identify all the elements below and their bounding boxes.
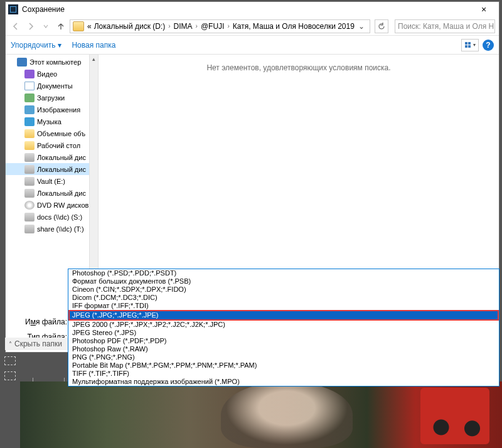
crop-tool-icon[interactable] — [4, 356, 16, 365]
music-icon — [24, 117, 35, 126]
close-button[interactable]: × — [471, 4, 496, 14]
breadcrumb-item[interactable]: @FUJI — [200, 22, 226, 31]
breadcrumb-item[interactable]: DIMA — [173, 22, 194, 31]
app-icon — [8, 4, 18, 14]
forward-button[interactable] — [24, 20, 37, 33]
tree-item-label: Загрузки — [37, 94, 65, 102]
refresh-button[interactable] — [375, 19, 388, 33]
hide-folders-label: Скрыть папки — [14, 339, 62, 348]
pc-icon — [17, 58, 27, 67]
drive-icon — [24, 225, 35, 233]
tree-item-label: Локальный дис — [37, 189, 86, 197]
chevron-right-icon: › — [225, 23, 231, 29]
svg-rect-2 — [465, 45, 467, 48]
breadcrumb-item[interactable]: Катя, Маша и Оля Новоселки 2019 — [232, 22, 356, 31]
tree-item[interactable]: Объемные объ — [6, 127, 98, 139]
tree-item[interactable]: Видео — [6, 68, 98, 80]
folder-icon — [24, 129, 35, 138]
chevron-up-icon: ˄ — [9, 341, 12, 348]
tree-item[interactable]: Музыка — [6, 115, 98, 127]
filetype-option[interactable]: Формат больших документов (*.PSB) — [68, 277, 499, 285]
nav-row: « Локальный диск (D:) › DIMA › @FUJI › К… — [6, 17, 499, 36]
organize-button[interactable]: Упорядочить — [11, 41, 55, 50]
tree-item-label: Музыка — [37, 118, 61, 125]
tree-item[interactable]: Локальный дис — [6, 187, 98, 199]
tree-item-label: Объемные объ — [37, 130, 85, 137]
tree-item[interactable]: Локальный дис — [6, 163, 98, 175]
svg-rect-1 — [468, 42, 471, 45]
tree-item[interactable]: Этот компьютер — [6, 56, 98, 68]
tree-item[interactable]: Загрузки — [6, 92, 98, 104]
breadcrumb[interactable]: « Локальный диск (D:) › DIMA › @FUJI › К… — [70, 19, 370, 33]
tree-item[interactable]: Рабочий стол — [6, 139, 98, 151]
tree-item[interactable]: docs (\\dc) (S:) — [6, 211, 98, 223]
back-button[interactable] — [9, 20, 22, 33]
photo-bicycle — [420, 388, 489, 444]
photoshop-toolbar — [0, 351, 20, 448]
breadcrumb-prefix: « — [86, 22, 93, 31]
chevron-right-icon: › — [194, 23, 200, 29]
drive-icon — [24, 213, 35, 221]
search-input[interactable]: Поиск: Катя, Маша и Оля Н... — [395, 19, 495, 33]
tree-item-label: Этот компьютер — [29, 58, 81, 66]
new-folder-button[interactable]: Новая папка — [72, 41, 115, 50]
tree-item-label: share (\\dc) (T:) — [37, 225, 84, 233]
drive-icon — [24, 165, 35, 174]
chevron-right-icon: › — [166, 23, 172, 29]
recent-dropdown[interactable] — [40, 20, 52, 33]
tree-item-label: Локальный дис — [37, 166, 86, 173]
tree-item[interactable]: Vault (E:) — [6, 175, 98, 187]
tree-item-label: DVD RW дисков — [37, 201, 88, 209]
video-icon — [24, 70, 35, 78]
filename-label: Имя файла: — [13, 317, 71, 326]
filetype-dropdown-list[interactable]: Photoshop (*.PSD;*.PDD;*.PSDT)Формат бол… — [68, 269, 499, 387]
filetype-option[interactable]: IFF формат (*.IFF;*.TDI) — [68, 302, 499, 310]
tree-item[interactable]: Документы — [6, 80, 98, 92]
tree-item-label: Изображения — [37, 106, 80, 114]
filetype-option[interactable]: Photoshop (*.PSD;*.PDD;*.PSDT) — [68, 269, 499, 277]
filetype-option[interactable]: Photoshop Raw (*.RAW) — [68, 345, 499, 353]
tree-item[interactable]: Локальный дис — [6, 151, 98, 163]
disc-icon — [24, 201, 35, 210]
filetype-option[interactable]: PNG (*.PNG;*.PNG) — [68, 353, 499, 361]
folder-icon — [73, 21, 84, 31]
view-options-button[interactable]: ▾ — [461, 39, 479, 51]
tree-item-label: Документы — [37, 82, 73, 90]
filetype-option[interactable]: Cineon (*.CIN;*.SDPX;*.DPX;*.FIDO) — [68, 285, 499, 294]
drive-icon — [24, 177, 35, 186]
tree-item[interactable]: Изображения — [6, 104, 98, 115]
help-button[interactable]: ? — [483, 40, 494, 51]
tree-item-label: Локальный дис — [37, 154, 86, 161]
filetype-option[interactable]: Portable Bit Map (*.PBM;*.PGM;*.PPM;*.PN… — [68, 361, 499, 370]
breadcrumb-item[interactable]: Локальный диск (D:) — [93, 22, 167, 31]
tree-item-label: Видео — [37, 70, 57, 78]
toolbar: Упорядочить ▾ Новая папка ▾ ? — [6, 36, 499, 55]
filetype-option[interactable]: JPEG 2000 (*.JPF;*.JPX;*.JP2;*.J2C;*.J2K… — [68, 321, 499, 329]
tree-item-label: Рабочий стол — [37, 142, 80, 149]
filetype-option[interactable]: Мультиформатная поддержка изображений (*… — [68, 378, 499, 386]
artboard-tool-icon[interactable] — [4, 371, 16, 380]
search-placeholder: Поиск: Катя, Маша и Оля Н... — [398, 22, 495, 31]
filetype-option[interactable]: Photoshop PDF (*.PDF;*.PDP) — [68, 337, 499, 345]
down-icon — [24, 93, 35, 102]
tree-item[interactable]: share (\\dc) (T:) — [6, 223, 98, 235]
breadcrumb-dropdown[interactable]: ⌄ — [356, 22, 367, 31]
filetype-option[interactable]: JPEG (*.JPG;*.JPEG;*.JPE) — [68, 310, 499, 321]
drive-icon — [24, 153, 35, 162]
filetype-option[interactable]: JPEG Stereo (*.JPS) — [68, 329, 499, 337]
organize-dropdown-icon[interactable]: ▾ — [55, 41, 64, 50]
dialog-title: Сохранение — [22, 5, 471, 14]
tree-item-label: docs (\\dc) (S:) — [37, 213, 82, 221]
img-icon — [24, 105, 35, 114]
filetype-option[interactable]: Dicom (*.DCM;*.DC3;*.DIC) — [68, 294, 499, 302]
titlebar: Сохранение × — [6, 2, 499, 17]
folder-icon — [24, 141, 35, 150]
doc-icon — [24, 82, 35, 90]
scroll-up-icon[interactable]: ▴ — [90, 55, 98, 63]
drive-icon — [24, 189, 35, 198]
tree-item[interactable]: DVD RW дисков — [6, 199, 98, 211]
svg-rect-3 — [468, 45, 471, 48]
photo-person — [221, 381, 353, 448]
up-button[interactable] — [55, 20, 67, 33]
filetype-option[interactable]: TIFF (*.TIF;*.TIFF) — [68, 370, 499, 378]
